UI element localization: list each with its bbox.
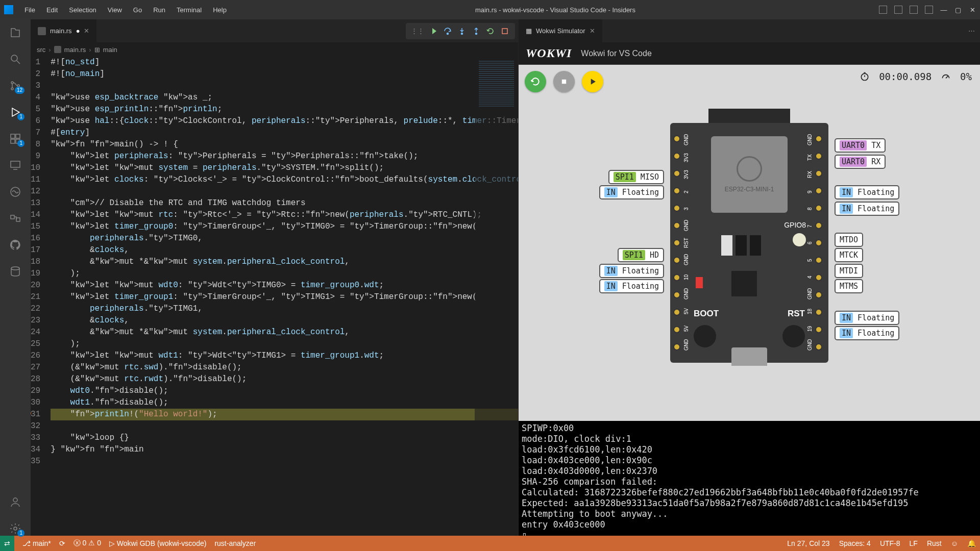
remote-indicator[interactable]: ⇄ bbox=[0, 536, 14, 551]
extensions-icon[interactable]: 1 bbox=[8, 132, 22, 146]
breadcrumb-symbol[interactable]: main bbox=[103, 46, 117, 54]
ext-badge: 1 bbox=[17, 140, 24, 147]
step-out-button[interactable] bbox=[471, 26, 481, 36]
drag-handle-icon[interactable]: ⋮⋮ bbox=[411, 27, 424, 35]
rust-file-icon bbox=[54, 46, 61, 53]
boot-button[interactable] bbox=[694, 325, 716, 347]
breadcrumb-file[interactable]: main.rs bbox=[64, 46, 86, 54]
indent[interactable]: Spaces: 4 bbox=[839, 539, 871, 547]
pin-label: MTDI bbox=[835, 264, 863, 278]
sim-tabs-row: ▦ Wokwi Simulator ✕ ⋯ bbox=[519, 19, 980, 42]
layout-grid-icon[interactable] bbox=[925, 6, 933, 14]
simulator-canvas[interactable]: 00:00.098 0% ESP32-C3-MINI-1 GPIO8 bbox=[519, 65, 980, 536]
language[interactable]: Rust bbox=[927, 539, 942, 547]
svg-point-16 bbox=[461, 33, 463, 34]
sync-icon[interactable]: ⟳ bbox=[59, 539, 65, 547]
debug-badge: 1 bbox=[17, 113, 24, 120]
debug-session[interactable]: ▷ Wokwi GDB (wokwi-vscode) bbox=[109, 539, 206, 547]
notifications-icon[interactable]: 🔔 bbox=[967, 539, 976, 547]
sql-icon[interactable] bbox=[8, 264, 22, 279]
ports-icon[interactable] bbox=[8, 211, 22, 226]
function-icon: ⊞ bbox=[94, 46, 100, 54]
minimize-button[interactable]: — bbox=[940, 6, 947, 13]
search-icon[interactable] bbox=[8, 52, 22, 66]
stop-sim-button[interactable] bbox=[553, 71, 575, 92]
step-over-button[interactable] bbox=[443, 26, 453, 36]
menu-selection[interactable]: Selection bbox=[64, 4, 101, 16]
stopwatch-icon bbox=[860, 71, 870, 82]
wokwi-icon[interactable] bbox=[8, 185, 22, 199]
lsp-status[interactable]: rust-analyzer bbox=[214, 539, 256, 547]
close-icon[interactable]: ✕ bbox=[84, 27, 89, 35]
pins-left bbox=[673, 135, 683, 350]
rst-button[interactable] bbox=[782, 325, 805, 347]
restart-sim-button[interactable] bbox=[525, 71, 546, 92]
step-into-button[interactable] bbox=[457, 26, 467, 36]
continue-button[interactable] bbox=[428, 26, 438, 36]
rust-file-icon bbox=[38, 27, 46, 35]
pin-label: IN Floating bbox=[835, 185, 899, 199]
minimap[interactable] bbox=[475, 57, 518, 536]
svg-rect-4 bbox=[11, 134, 15, 138]
menu-help[interactable]: Help bbox=[208, 4, 232, 16]
menubar: FileEditSelectionViewGoRunTerminalHelp bbox=[19, 4, 232, 16]
branch-icon[interactable]: ⎇ main* bbox=[22, 539, 51, 547]
menu-edit[interactable]: Edit bbox=[41, 4, 63, 16]
sim-terminal[interactable]: SPIWP:0x00 mode:DIO, clock div:1 load:0x… bbox=[519, 421, 980, 536]
encoding[interactable]: UTF-8 bbox=[880, 539, 900, 547]
tab-main-rs[interactable]: main.rs ● ✕ bbox=[31, 19, 97, 42]
github-icon[interactable] bbox=[8, 238, 22, 252]
pin-label: UART0 RX bbox=[835, 155, 886, 169]
feedback-icon[interactable]: ☺ bbox=[951, 539, 958, 547]
eol[interactable]: LF bbox=[910, 539, 918, 547]
debug-icon[interactable]: 1 bbox=[8, 105, 22, 119]
titlebar-controls: — ▢ ✕ bbox=[879, 6, 976, 14]
scm-badge: 12 bbox=[15, 87, 24, 94]
menu-terminal[interactable]: Terminal bbox=[172, 4, 207, 16]
svg-point-1 bbox=[11, 82, 13, 84]
chip-name: ESP32-C3-MINI-1 bbox=[725, 186, 774, 193]
explorer-icon[interactable] bbox=[8, 26, 22, 40]
code-editor[interactable]: 1234567891011121314151617181920212223242… bbox=[31, 57, 518, 536]
vscode-icon bbox=[4, 5, 13, 14]
svg-rect-11 bbox=[16, 218, 20, 221]
settings-icon[interactable]: 1 bbox=[8, 521, 22, 536]
close-icon[interactable]: ✕ bbox=[590, 27, 595, 35]
pins-right bbox=[815, 135, 825, 350]
maximize-button[interactable]: ▢ bbox=[954, 6, 962, 13]
layout-left-icon[interactable] bbox=[879, 6, 887, 14]
board-led-red bbox=[696, 277, 703, 288]
play-sim-button[interactable] bbox=[582, 71, 603, 92]
pin-label: MTMS bbox=[835, 279, 863, 293]
tab-label: main.rs bbox=[50, 27, 72, 35]
breadcrumb-src[interactable]: src bbox=[37, 46, 45, 54]
menu-file[interactable]: File bbox=[19, 4, 40, 16]
stop-button[interactable] bbox=[500, 26, 510, 36]
layout-right-icon[interactable] bbox=[910, 6, 918, 14]
menu-go[interactable]: Go bbox=[128, 4, 147, 16]
account-icon[interactable] bbox=[8, 495, 22, 509]
activity-bar: 12 1 1 1 bbox=[0, 19, 31, 536]
menu-view[interactable]: View bbox=[103, 4, 127, 16]
svg-rect-18 bbox=[502, 29, 507, 34]
layout-bottom-icon[interactable] bbox=[894, 6, 902, 14]
sim-controls bbox=[525, 71, 603, 92]
breadcrumb[interactable]: src › main.rs › ⊞ main bbox=[31, 42, 518, 57]
pin-label: IN Floating bbox=[599, 279, 664, 293]
editor-actions-icon[interactable]: ⋯ bbox=[968, 27, 980, 35]
restart-button[interactable] bbox=[485, 26, 496, 36]
board-switches bbox=[721, 235, 761, 256]
window-title: main.rs - wokwi-vscode - Visual Studio C… bbox=[232, 6, 879, 14]
esp32-board[interactable]: ESP32-C3-MINI-1 GPIO8 BOOT RST bbox=[670, 123, 828, 363]
menu-run[interactable]: Run bbox=[148, 4, 170, 16]
cursor-position[interactable]: Ln 27, Col 23 bbox=[787, 539, 829, 547]
svg-point-13 bbox=[13, 498, 17, 502]
sim-stats: 00:00.098 0% bbox=[860, 71, 972, 82]
remote-explorer-icon[interactable] bbox=[8, 158, 22, 172]
svg-point-0 bbox=[11, 55, 17, 61]
scm-icon[interactable]: 12 bbox=[8, 79, 22, 93]
code-lines[interactable]: #![no_std]#![no_main]"kw">use esp_backtr… bbox=[51, 57, 518, 536]
problems[interactable]: ⓧ 0 ⚠ 0 bbox=[74, 539, 101, 548]
close-button[interactable]: ✕ bbox=[969, 6, 976, 13]
tab-wokwi-simulator[interactable]: ▦ Wokwi Simulator ✕ bbox=[519, 19, 603, 42]
